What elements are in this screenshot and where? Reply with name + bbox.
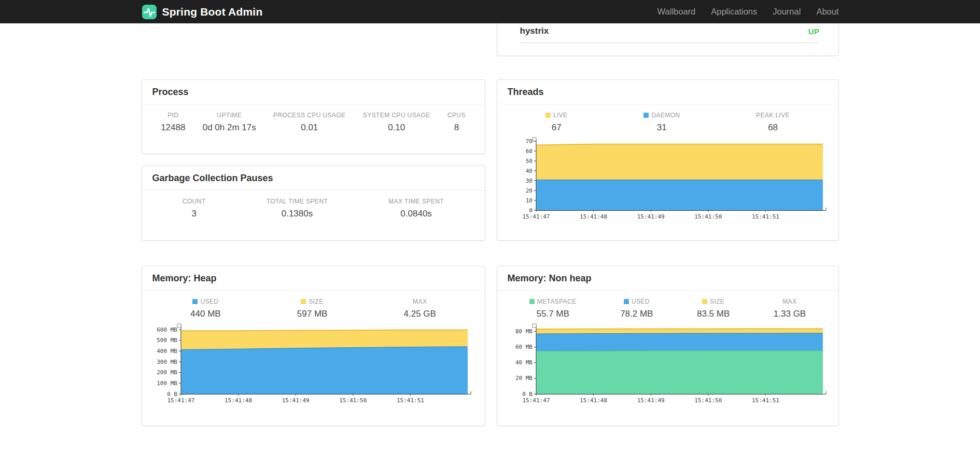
stat-nonheap-metaspace: METASPACE 55.7 MB bbox=[529, 298, 577, 319]
stat-label: PROCESS CPU USAGE bbox=[273, 112, 346, 119]
svg-text:50: 50 bbox=[525, 158, 532, 165]
stat-pid: PID 12488 bbox=[161, 112, 185, 133]
stat-nonheap-max: MAX 1.33 GB bbox=[774, 298, 806, 319]
svg-text:15:41:47: 15:41:47 bbox=[167, 397, 195, 404]
svg-text:10: 10 bbox=[525, 197, 532, 204]
stat-value: 0.10 bbox=[363, 122, 430, 133]
right-column: hystrix UP Threads LIVE 67 bbox=[497, 23, 839, 426]
threads-panel: Threads LIVE 67 DAEMON 3 bbox=[497, 79, 839, 241]
stat-value: 12488 bbox=[161, 122, 185, 133]
stat-heap-max: MAX 4.25 GB bbox=[404, 298, 436, 319]
stat-value: 440 MB bbox=[190, 309, 221, 319]
stat-value: 4.25 GB bbox=[404, 309, 436, 319]
svg-text:80 MB: 80 MB bbox=[515, 328, 532, 335]
daemon-legend-swatch bbox=[643, 113, 649, 118]
memory-heap-chart: 0 B100 MB200 MB300 MB400 MB500 MB600 MB1… bbox=[152, 323, 474, 406]
nav-item-journal[interactable]: Journal bbox=[773, 7, 801, 17]
stat-label: MAX bbox=[782, 298, 796, 305]
svg-text:15:41:48: 15:41:48 bbox=[225, 397, 252, 404]
process-panel: Process PID 12488 UPTIME 0d 0h 2m 17s PR… bbox=[142, 79, 485, 154]
threads-chart: 01020304050607015:41:4715:41:4815:41:491… bbox=[508, 137, 829, 223]
memory-heap-legend: USED 440 MB SIZE 597 MB MAX 4.25 GB bbox=[142, 291, 485, 319]
gc-stats: COUNT 3 TOTAL TIME SPENT 0.1380s MAX TIM… bbox=[142, 190, 485, 219]
stat-label: METASPACE bbox=[537, 298, 577, 305]
svg-text:15:41:47: 15:41:47 bbox=[522, 397, 550, 404]
application-name-link[interactable]: hystrix bbox=[520, 26, 549, 36]
gc-panel-title: Garbage Collection Pauses bbox=[142, 166, 485, 190]
svg-text:60: 60 bbox=[525, 148, 532, 155]
svg-text:15:41:51: 15:41:51 bbox=[397, 397, 424, 404]
stat-threads-peak-live: PEAK LIVE 68 bbox=[756, 112, 790, 133]
svg-text:500 MB: 500 MB bbox=[157, 337, 177, 344]
svg-text:15:41:50: 15:41:50 bbox=[694, 397, 722, 404]
nav-links: Wallboard Applications Journal About bbox=[657, 7, 839, 17]
stat-value: 8 bbox=[447, 122, 466, 133]
svg-text:200 MB: 200 MB bbox=[157, 369, 177, 376]
svg-text:15:41:49: 15:41:49 bbox=[637, 213, 664, 220]
stat-system-cpu-usage: SYSTEM CPU USAGE 0.10 bbox=[363, 112, 430, 133]
brand[interactable]: Spring Boot Admin bbox=[142, 4, 263, 20]
svg-text:70: 70 bbox=[525, 138, 532, 145]
stat-value: 1.33 GB bbox=[774, 309, 806, 319]
svg-text:15:41:51: 15:41:51 bbox=[751, 397, 779, 404]
stat-nonheap-size: SIZE 83.5 MB bbox=[697, 298, 730, 319]
stat-heap-size: SIZE 597 MB bbox=[297, 298, 328, 319]
stat-label: USED bbox=[632, 298, 650, 305]
svg-text:15:41:50: 15:41:50 bbox=[339, 397, 367, 404]
used-legend-swatch bbox=[624, 299, 629, 304]
memory-nonheap-legend: METASPACE 55.7 MB USED 78.2 MB bbox=[497, 291, 838, 319]
svg-text:40 MB: 40 MB bbox=[515, 359, 532, 366]
svg-text:15:41:48: 15:41:48 bbox=[580, 213, 607, 220]
svg-text:40: 40 bbox=[525, 168, 532, 174]
nav-item-about[interactable]: About bbox=[816, 7, 838, 17]
stat-value: 55.7 MB bbox=[529, 309, 577, 319]
process-stats: PID 12488 UPTIME 0d 0h 2m 17s PROCESS CP… bbox=[142, 104, 485, 133]
stat-value: 0.01 bbox=[273, 122, 346, 133]
threads-legend: LIVE 67 DAEMON 31 PEAK LIVE 68 bbox=[497, 104, 838, 133]
stat-heap-used: USED 440 MB bbox=[190, 298, 221, 319]
svg-text:30: 30 bbox=[525, 178, 532, 184]
memory-nonheap-panel-title: Memory: Non heap bbox=[497, 266, 838, 291]
live-legend-swatch bbox=[545, 113, 551, 118]
stat-label: MAX TIME SPENT bbox=[388, 198, 444, 205]
metaspace-legend-swatch bbox=[529, 299, 535, 304]
stat-label: COUNT bbox=[183, 198, 206, 205]
nav-item-applications[interactable]: Applications bbox=[711, 7, 757, 17]
svg-text:0: 0 bbox=[529, 207, 533, 214]
svg-text:600 MB: 600 MB bbox=[157, 326, 177, 333]
status-badge: UP bbox=[808, 27, 820, 36]
svg-text:15:41:48: 15:41:48 bbox=[580, 397, 607, 404]
stat-process-cpu-usage: PROCESS CPU USAGE 0.01 bbox=[273, 112, 346, 133]
stat-uptime: UPTIME 0d 0h 2m 17s bbox=[203, 112, 256, 133]
size-legend-swatch bbox=[702, 299, 707, 304]
stat-gc-count: COUNT 3 bbox=[183, 198, 206, 219]
memory-nonheap-panel: Memory: Non heap METASPACE 55.7 MB USED bbox=[497, 266, 839, 426]
stat-value: 67 bbox=[545, 122, 568, 133]
stat-nonheap-used: USED 78.2 MB bbox=[620, 298, 653, 319]
stat-label: PEAK LIVE bbox=[756, 112, 790, 119]
stat-value: 31 bbox=[643, 122, 680, 133]
stat-gc-total-time: TOTAL TIME SPENT 0.1380s bbox=[267, 198, 328, 219]
application-row: hystrix UP bbox=[520, 23, 820, 43]
memory-nonheap-chart: 0 B20 MB40 MB60 MB80 MB15:41:4715:41:481… bbox=[508, 323, 829, 406]
stat-label: DAEMON bbox=[651, 112, 680, 119]
stat-value: 78.2 MB bbox=[620, 309, 653, 319]
stat-label: TOTAL TIME SPENT bbox=[267, 198, 328, 205]
app-title: Spring Boot Admin bbox=[162, 6, 263, 18]
svg-text:15:41:47: 15:41:47 bbox=[522, 213, 550, 220]
svg-text:100 MB: 100 MB bbox=[157, 380, 177, 387]
svg-text:0 B: 0 B bbox=[522, 391, 533, 398]
stat-label: MAX bbox=[413, 298, 427, 305]
svg-text:20 MB: 20 MB bbox=[515, 375, 532, 382]
memory-heap-panel-title: Memory: Heap bbox=[142, 266, 485, 291]
stat-threads-daemon: DAEMON 31 bbox=[643, 112, 680, 133]
stat-label: UPTIME bbox=[217, 112, 242, 119]
svg-text:60 MB: 60 MB bbox=[515, 344, 532, 350]
memory-heap-panel: Memory: Heap USED 440 MB SIZE bbox=[142, 266, 485, 426]
svg-text:0 B: 0 B bbox=[167, 391, 177, 398]
stat-label: USED bbox=[200, 298, 218, 305]
stat-cpus: CPUS 8 bbox=[447, 112, 466, 133]
stat-value: 68 bbox=[756, 122, 790, 133]
nav-item-wallboard[interactable]: Wallboard bbox=[657, 7, 696, 17]
stat-label: SIZE bbox=[309, 298, 323, 305]
